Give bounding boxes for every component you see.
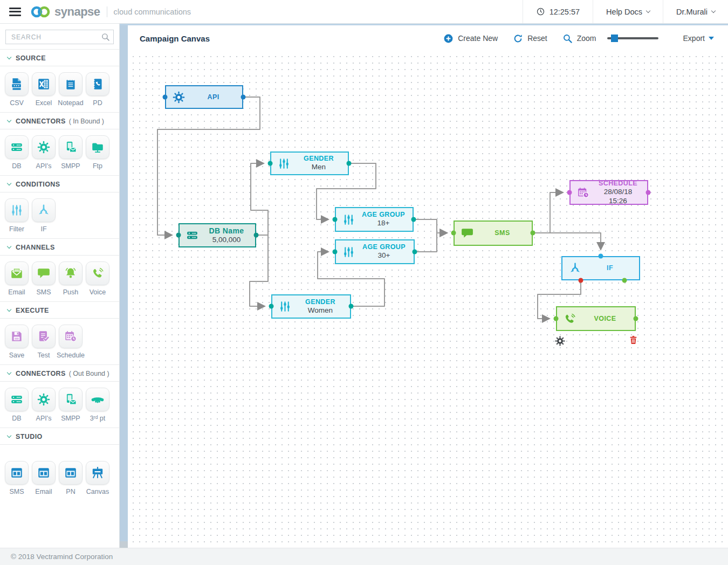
palette-item-studio-canvas[interactable]: Canvas	[84, 461, 111, 495]
palette-item-label: 3ʳᵈ pt	[90, 415, 106, 422]
section-header[interactable]: SOURCE	[0, 50, 119, 66]
gear-icon	[37, 140, 51, 154]
window-icon	[64, 466, 78, 480]
node-db-name[interactable]: DB Name 5,00,000	[178, 223, 256, 247]
chevron-down-icon	[7, 55, 11, 59]
palette-item-if[interactable]: IF	[30, 198, 57, 233]
vertical-scrollbar[interactable]	[120, 25, 128, 548]
help-docs-menu[interactable]: Help Docs	[593, 0, 663, 23]
search-box	[5, 30, 114, 44]
node-title: GENDER	[297, 298, 344, 306]
palette-item-label: Schedule	[57, 352, 85, 359]
create-new-button[interactable]: Create New	[443, 33, 498, 44]
palette-item-test[interactable]: Test	[30, 325, 57, 359]
database-server-icon	[10, 140, 24, 154]
infinity-logo-icon	[30, 5, 51, 19]
node-schedule[interactable]: SCHEDULE 28/08/18 15:26	[569, 180, 648, 205]
section-channels: CHANNELS Email SMS Push Voice	[0, 238, 119, 301]
node-sms[interactable]: SMS	[454, 221, 533, 246]
calendar-clock-icon	[64, 329, 78, 343]
section-title: CONNECTORS	[16, 370, 66, 377]
clock-icon	[536, 7, 545, 16]
palette-item-csv[interactable]: CSV	[3, 72, 30, 107]
palette-sidebar: SOURCE CSV Excel Notepad PD	[0, 24, 120, 548]
palette-item-studio-sms[interactable]: SMS	[3, 461, 30, 495]
palette-item-label: SMPP	[61, 162, 80, 170]
tile-row: Email SMS Push Voice	[0, 256, 119, 301]
section-header[interactable]: CONDITIONS	[0, 176, 119, 192]
palette-item-save[interactable]: Save	[3, 325, 30, 359]
folder-network-icon	[91, 140, 105, 154]
tile-row: SMS Email PN Canvas	[0, 445, 119, 501]
search-input[interactable]	[5, 30, 114, 44]
palette-item-ftp[interactable]: Ftp	[84, 135, 111, 170]
sliders-icon	[336, 213, 361, 226]
palette-item-apis-out[interactable]: API's	[30, 388, 57, 422]
palette-item-3rdpt[interactable]: 3ʳᵈ pt	[84, 388, 111, 422]
notepad-icon	[64, 77, 78, 91]
connection-wires	[128, 51, 728, 548]
zoom-slider[interactable]	[607, 37, 658, 39]
node-gender-men[interactable]: GENDER Men	[270, 151, 349, 175]
section-header[interactable]: CONNECTORS ( In Bound )	[0, 113, 119, 129]
palette-item-push[interactable]: Push	[57, 261, 84, 296]
clock-widget: 12:25:57	[523, 0, 593, 23]
section-conditions: CONDITIONS Filter IF	[0, 175, 119, 238]
section-title: STUDIO	[16, 433, 43, 440]
node-subtitle: Women	[297, 306, 344, 315]
palette-item-label: CSV	[10, 99, 24, 107]
palette-item-notepad[interactable]: Notepad	[57, 72, 84, 107]
node-subtitle: 5,00,000	[204, 236, 249, 244]
hamburger-menu-icon[interactable]	[9, 5, 21, 18]
reset-button[interactable]: Reset	[513, 33, 547, 44]
palette-item-excel[interactable]: Excel	[30, 72, 57, 107]
palette-item-voice[interactable]: Voice	[84, 261, 111, 296]
export-button[interactable]: Export	[683, 34, 714, 43]
section-header[interactable]: EXECUTE	[0, 302, 119, 319]
palette-item-smpp-in[interactable]: SMPP	[57, 135, 84, 170]
palette-item-filter[interactable]: Filter	[3, 198, 30, 233]
node-age-group-18[interactable]: AGE GROUP 18+	[335, 207, 414, 232]
node-if[interactable]: IF	[561, 256, 640, 280]
node-voice[interactable]: VOICE	[556, 306, 636, 331]
palette-item-email[interactable]: Email	[3, 261, 30, 296]
flow-canvas[interactable]: API GENDER Men DB Name 5,00,000	[128, 51, 728, 548]
section-studio: STUDIO SMS Email PN Canvas	[0, 428, 119, 501]
window-icon	[10, 466, 24, 480]
topbar-right: 12:25:57 Help Docs Dr.Murali	[523, 0, 728, 23]
palette-item-schedule[interactable]: Schedule	[57, 325, 84, 359]
palette-item-label: DB	[12, 162, 21, 170]
user-menu[interactable]: Dr.Murali	[663, 0, 728, 23]
node-title: GENDER	[296, 155, 341, 163]
search-icon[interactable]	[101, 32, 110, 42]
chevron-down-icon	[7, 118, 11, 122]
node-title: IF	[587, 264, 633, 272]
palette-item-db-out[interactable]: DB	[3, 388, 30, 422]
palette-item-label: PD	[93, 99, 102, 107]
tile-row: Save Test Schedule	[0, 319, 119, 364]
node-gender-women[interactable]: GENDER Women	[271, 294, 351, 319]
node-settings-button[interactable]	[554, 335, 566, 349]
canvas-column: Campaign Canvas Create New Reset Zoom	[128, 25, 728, 548]
scrollbar-thumb[interactable]	[120, 541, 128, 548]
node-subtitle: 28/08/18 15:26	[595, 188, 641, 205]
zoom-slider-handle[interactable]	[611, 35, 618, 42]
node-api[interactable]: API	[165, 85, 243, 109]
palette-item-pd[interactable]: PD	[84, 72, 111, 107]
wire-api-to-db	[157, 97, 260, 235]
palette-item-db-in[interactable]: DB	[3, 135, 30, 170]
palette-item-apis-in[interactable]: API's	[30, 135, 57, 170]
palette-item-smpp-out[interactable]: SMPP	[57, 388, 84, 422]
section-header[interactable]: STUDIO	[0, 428, 119, 445]
tile-row: Filter IF	[0, 192, 119, 238]
palette-item-sms[interactable]: SMS	[30, 261, 57, 296]
section-header[interactable]: CHANNELS	[0, 239, 119, 256]
gear-icon	[166, 91, 191, 104]
node-age-group-30[interactable]: AGE GROUP 30+	[335, 239, 415, 264]
node-delete-button[interactable]	[628, 334, 638, 348]
section-header[interactable]: CONNECTORS ( Out Bound )	[0, 365, 119, 382]
node-title: AGE GROUP	[361, 211, 406, 219]
sliders-icon	[272, 300, 297, 313]
palette-item-studio-pn[interactable]: PN	[57, 461, 84, 495]
palette-item-studio-email[interactable]: Email	[30, 461, 57, 495]
